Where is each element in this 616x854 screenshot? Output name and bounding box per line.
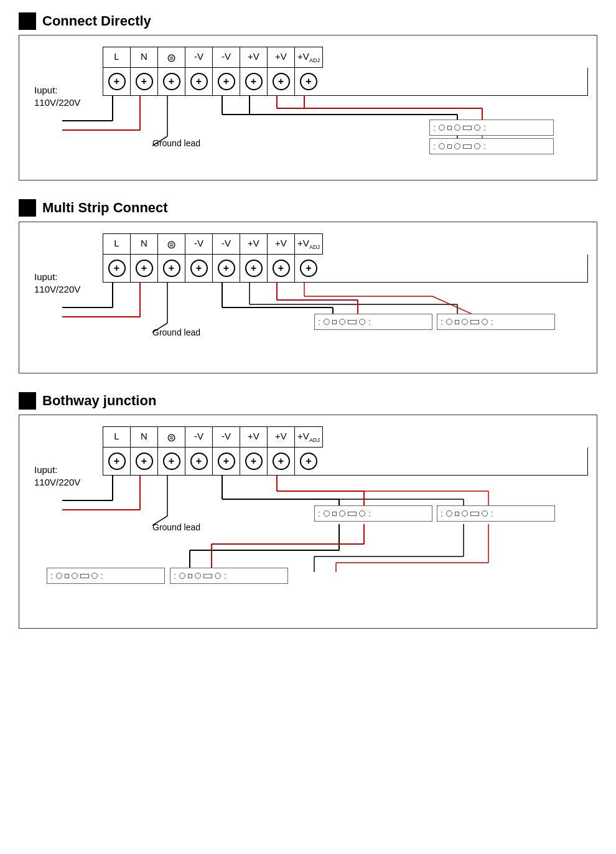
terminal-pv2-1: +V	[268, 47, 295, 67]
led-sq-1	[447, 126, 452, 130]
led-dot-5	[454, 143, 460, 149]
screw-circle-8: +	[300, 73, 317, 90]
screw-3: +	[158, 68, 185, 95]
wiring-area-3: : : : :	[28, 476, 588, 612]
screw-row-3: + + + + + + + +	[103, 448, 588, 476]
screw-row-1: + + + + + + + +	[103, 68, 588, 96]
led-dot-1	[439, 124, 445, 131]
led-strip-1: : :	[429, 120, 554, 136]
ground-lead-label-1: Ground lead	[152, 138, 200, 148]
diagram-box-2: Iuput: 110V/220V L N ⊜ -V -V +V +V +VADJ…	[19, 222, 597, 373]
wiring-area-1: : : : :	[28, 96, 588, 152]
led-dot-3	[474, 124, 480, 131]
screw-6: +	[240, 68, 268, 95]
ground-lead-label-3: Ground lead	[152, 522, 200, 532]
section-title-text-2: Multi Strip Connect	[42, 200, 168, 216]
terminal-block-1: L N ⊜ -V -V +V +V +VADJ	[103, 47, 323, 68]
section-title-text-3: Bothway junction	[42, 393, 156, 409]
led-dash-2	[463, 144, 472, 149]
screw-circle-5: +	[218, 73, 235, 90]
screw-1: +	[103, 68, 131, 95]
screw-5: +	[213, 68, 240, 95]
section-title-1: Connect Directly	[19, 12, 597, 30]
terminal-N-1: N	[131, 47, 158, 67]
terminal-nv1-1: -V	[185, 47, 213, 67]
section-icon-1	[19, 12, 36, 30]
led-strip-8: : :	[170, 568, 288, 584]
screw-2: +	[131, 68, 158, 95]
screw-circle-1: +	[108, 73, 126, 90]
led-dot-4	[439, 143, 445, 149]
led-strip-5: : :	[314, 505, 432, 522]
led-strip-6: : :	[437, 505, 555, 522]
terminal-pv3-1: +VADJ	[295, 47, 322, 67]
screw-7: +	[268, 68, 295, 95]
led-dot-6	[474, 143, 480, 149]
screw-circle-3: +	[163, 73, 180, 90]
section-multi-strip: Multi Strip Connect Iuput: 110V/220V L N…	[19, 199, 597, 373]
terminal-nv2-1: -V	[213, 47, 240, 67]
section-connect-directly: Connect Directly Iuput: 110V/220V L N ⊜ …	[19, 12, 597, 181]
wiring-area-2: : : : :	[28, 283, 588, 351]
screw-circle-4: +	[190, 73, 208, 90]
led-sq-2	[447, 144, 452, 149]
screw-circle-7: +	[273, 73, 290, 90]
screw-8: +	[295, 68, 322, 95]
screw-circle-6: +	[245, 73, 263, 90]
terminal-pv1-1: +V	[240, 47, 268, 67]
screw-circle-2: +	[136, 73, 153, 90]
section-title-text-1: Connect Directly	[42, 13, 151, 29]
ground-lead-label-2: Ground lead	[152, 327, 200, 337]
terminal-block-3: L N ⊜ -V -V +V +V +VADJ	[103, 426, 323, 448]
section-icon-2	[19, 199, 36, 217]
diagram-box-1: Iuput: 110V/220V L N ⊜ -V -V +V +V +VADJ…	[19, 35, 597, 181]
led-strip-2: : :	[429, 138, 554, 154]
section-bothway: Bothway junction Iuput: 110V/220V L N ⊜ …	[19, 392, 597, 629]
section-title-3: Bothway junction	[19, 392, 597, 410]
led-strip-7: : :	[47, 568, 165, 584]
section-icon-3	[19, 392, 36, 410]
terminal-L-1: L	[103, 47, 131, 67]
terminal-gnd-1: ⊜	[158, 47, 185, 67]
wires-svg-3	[28, 476, 588, 612]
led-strip-4: : :	[437, 314, 555, 330]
terminal-block-2: L N ⊜ -V -V +V +V +VADJ	[103, 233, 323, 255]
led-dash-1	[463, 126, 472, 130]
screw-row-2: + + + + + + + +	[103, 255, 588, 283]
led-strip-3: : :	[314, 314, 432, 330]
diagram-box-3: Iuput: 110V/220V L N ⊜ -V -V +V +V +VADJ…	[19, 415, 597, 629]
led-dot-2	[454, 124, 460, 131]
section-title-2: Multi Strip Connect	[19, 199, 597, 217]
screw-4: +	[185, 68, 213, 95]
